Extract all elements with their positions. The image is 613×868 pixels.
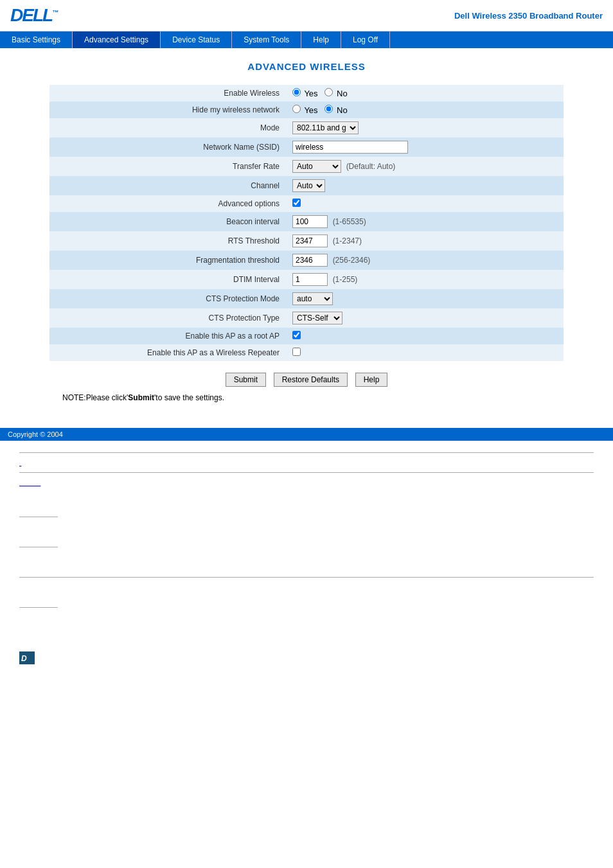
- value-enable-wireless: Yes No: [286, 85, 564, 102]
- row-ssid: Network Name (SSID): [49, 137, 564, 157]
- label-channel: Channel: [49, 176, 286, 195]
- input-dtim-interval[interactable]: [292, 273, 328, 286]
- value-root-ap: [286, 328, 564, 344]
- below-link-1[interactable]: [19, 458, 594, 467]
- note: NOTE:Please click'Submit'to save the set…: [62, 393, 564, 402]
- label-hide-wireless: Hide my wireless network: [49, 102, 286, 118]
- nav-device-status[interactable]: Device Status: [161, 31, 232, 48]
- divider-3: [19, 577, 594, 578]
- row-transfer-rate: Transfer Rate Auto 1 Mbps 2 Mbps 5.5 Mbp…: [49, 157, 564, 176]
- input-rts-threshold[interactable]: [292, 235, 328, 247]
- select-cts-mode[interactable]: auto none always: [292, 292, 333, 305]
- row-cts-type: CTS Protection Type CTS-Self CTS-RTS: [49, 308, 564, 328]
- checkbox-root-ap[interactable]: [292, 331, 301, 339]
- value-ssid: [286, 137, 564, 157]
- value-mode: 802.11b and g 802.11b only 802.11g only: [286, 118, 564, 137]
- label-mode: Mode: [49, 118, 286, 137]
- radio-hide-no[interactable]: [324, 105, 333, 113]
- select-mode[interactable]: 802.11b and g 802.11b only 802.11g only: [292, 121, 359, 134]
- value-frag-threshold: (256-2346): [286, 251, 564, 270]
- radio-enable-wireless-yes[interactable]: [292, 88, 301, 96]
- label-rts-threshold: RTS Threshold: [49, 231, 286, 251]
- beacon-interval-hint: (1-65535): [333, 217, 366, 226]
- row-wireless-repeater: Enable this AP as a Wireless Repeater: [49, 344, 564, 361]
- value-dtim-interval: (1-255): [286, 270, 564, 289]
- below-fold: D: [0, 441, 613, 673]
- value-transfer-rate: Auto 1 Mbps 2 Mbps 5.5 Mbps 11 Mbps 54 M…: [286, 157, 564, 176]
- dell-icon: D: [19, 651, 594, 666]
- row-rts-threshold: RTS Threshold (1-2347): [49, 231, 564, 251]
- nav-advanced-settings[interactable]: Advanced Settings: [73, 31, 161, 48]
- value-cts-type: CTS-Self CTS-RTS: [286, 308, 564, 328]
- select-cts-type[interactable]: CTS-Self CTS-RTS: [292, 312, 342, 324]
- radio-no-label[interactable]: No: [324, 89, 347, 98]
- input-ssid[interactable]: [292, 141, 408, 154]
- value-beacon-interval: (1-65535): [286, 212, 564, 231]
- row-frag-threshold: Fragmentation threshold (256-2346): [49, 251, 564, 270]
- row-channel: Channel Auto 1234 5678 91011: [49, 176, 564, 195]
- short-divider-1: [19, 517, 58, 517]
- nav-help[interactable]: Help: [301, 31, 341, 48]
- row-cts-mode: CTS Protection Mode auto none always: [49, 289, 564, 308]
- navigation: Basic Settings Advanced Settings Device …: [0, 31, 613, 48]
- radio-yes-label[interactable]: Yes: [292, 89, 318, 98]
- select-transfer-rate[interactable]: Auto 1 Mbps 2 Mbps 5.5 Mbps 11 Mbps 54 M…: [292, 160, 341, 173]
- note-link: Submit: [128, 393, 154, 402]
- logo-area: DELL™: [10, 5, 57, 26]
- row-hide-wireless: Hide my wireless network Yes No: [49, 102, 564, 118]
- rts-threshold-hint: (1-2347): [333, 236, 362, 245]
- transfer-rate-hint: (Default: Auto): [346, 162, 396, 171]
- note-prefix: NOTE:Please click': [62, 393, 128, 402]
- select-channel[interactable]: Auto 1234 5678 91011: [292, 179, 325, 192]
- dell-small-icon: D: [19, 651, 35, 664]
- router-name: Dell Wireless 2350 Broadband Router: [454, 11, 603, 21]
- label-enable-wireless: Enable Wireless: [49, 85, 286, 102]
- divider-2: [19, 472, 594, 473]
- radio-hide-yes-label[interactable]: Yes: [292, 105, 318, 115]
- row-advanced-options: Advanced options: [49, 195, 564, 212]
- main-content: ADVANCED WIRELESS Enable Wireless Yes No…: [30, 48, 583, 425]
- nav-log-off[interactable]: Log Off: [341, 31, 390, 48]
- label-advanced-options: Advanced options: [49, 195, 286, 212]
- button-row: Submit Restore Defaults Help: [49, 373, 564, 387]
- radio-hide-no-label[interactable]: No: [324, 105, 347, 115]
- settings-form: Enable Wireless Yes No Hide my wireless …: [49, 85, 564, 361]
- row-mode: Mode 802.11b and g 802.11b only 802.11g …: [49, 118, 564, 137]
- svg-text:D: D: [21, 654, 27, 663]
- checkbox-advanced-options[interactable]: [292, 199, 301, 207]
- radio-hide-yes[interactable]: [292, 105, 301, 113]
- value-wireless-repeater: [286, 344, 564, 361]
- value-advanced-options: [286, 195, 564, 212]
- value-cts-mode: auto none always: [286, 289, 564, 308]
- spacer-2: [19, 522, 594, 542]
- label-frag-threshold: Fragmentation threshold: [49, 251, 286, 270]
- row-beacon-interval: Beacon interval (1-65535): [49, 212, 564, 231]
- copyright: Copyright © 2004: [8, 430, 63, 438]
- label-root-ap: Enable this AP as a root AP: [49, 328, 286, 344]
- checkbox-wireless-repeater[interactable]: [292, 348, 301, 356]
- value-channel: Auto 1234 5678 91011: [286, 176, 564, 195]
- label-cts-mode: CTS Protection Mode: [49, 289, 286, 308]
- input-frag-threshold[interactable]: [292, 254, 328, 267]
- dell-logo: DELL™: [10, 5, 57, 25]
- submit-button[interactable]: Submit: [226, 373, 266, 387]
- nav-system-tools[interactable]: System Tools: [232, 31, 301, 48]
- footer: Copyright © 2004: [0, 428, 613, 441]
- restore-defaults-button[interactable]: Restore Defaults: [274, 373, 348, 387]
- spacer-4: [19, 583, 594, 602]
- below-link-2[interactable]: [19, 478, 594, 487]
- row-enable-wireless: Enable Wireless Yes No: [49, 85, 564, 102]
- label-dtim-interval: DTIM Interval: [49, 270, 286, 289]
- label-ssid: Network Name (SSID): [49, 137, 286, 157]
- nav-basic-settings[interactable]: Basic Settings: [0, 31, 73, 48]
- radio-enable-wireless-no[interactable]: [324, 88, 333, 96]
- short-divider-2: [19, 547, 58, 547]
- trademark: ™: [52, 9, 57, 16]
- dtim-interval-hint: (1-255): [333, 275, 358, 284]
- spacer-1: [19, 492, 594, 511]
- row-dtim-interval: DTIM Interval (1-255): [49, 270, 564, 289]
- input-beacon-interval[interactable]: [292, 215, 328, 228]
- spacer-3: [19, 553, 594, 572]
- value-rts-threshold: (1-2347): [286, 231, 564, 251]
- help-button[interactable]: Help: [355, 373, 388, 387]
